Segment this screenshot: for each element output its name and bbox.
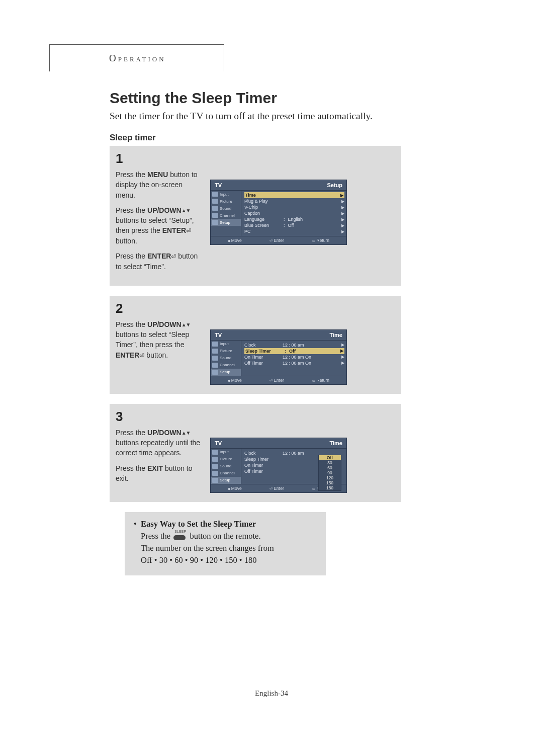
osd-sidebar-item: Sound bbox=[211, 205, 241, 212]
osd-sidebar-item: Channel bbox=[211, 212, 241, 219]
step-number: 2 bbox=[116, 301, 392, 316]
osd-sidebar-item: Sound bbox=[211, 355, 241, 362]
step-instructions: Press the UP/DOWN buttons repeatedly unt… bbox=[116, 428, 201, 488]
osd-sidebar: InputPictureSoundChannelSetup bbox=[211, 191, 241, 236]
step-instructions: Press the UP/DOWN buttons to select “Sle… bbox=[116, 319, 201, 365]
osd-sidebar-item: Input bbox=[211, 341, 241, 348]
tv-osd-screenshot: TVSetupInputPictureSoundChannelSetupTime… bbox=[210, 180, 347, 245]
osd-dropdown-list: Off306090120150180 bbox=[318, 455, 341, 491]
sleep-button-label: SLEEP bbox=[174, 529, 186, 534]
osd-sidebar-label: Setup bbox=[220, 370, 230, 374]
osd-sidebar-icon bbox=[212, 370, 218, 375]
osd-menu-row: Time▶ bbox=[244, 192, 344, 198]
osd-row-label: Clock bbox=[244, 451, 281, 456]
osd-row-value: 12 : 00 am bbox=[283, 343, 338, 348]
osd-sidebar-icon bbox=[212, 356, 218, 361]
osd-menu-row: Plug & Play▶ bbox=[244, 198, 344, 204]
osd-footer-move: Move bbox=[228, 486, 242, 491]
osd-header: TVSetup bbox=[211, 180, 346, 191]
osd-dropdown-option: 150 bbox=[319, 480, 341, 485]
osd-sidebar-icon bbox=[212, 478, 218, 483]
step-instructions: Press the MENU button to display the on-… bbox=[116, 170, 201, 277]
osd-sidebar-icon bbox=[212, 471, 218, 476]
osd-footer-return: Return bbox=[312, 378, 329, 383]
osd-row-label: Clock bbox=[244, 343, 281, 348]
section-tab: Operation bbox=[49, 44, 224, 71]
tv-osd-screenshot: TVTimeInputPictureSoundChannelSetupClock… bbox=[210, 329, 347, 385]
step-box: 1Press the MENU button to display the on… bbox=[110, 146, 401, 286]
osd-main: Clock12 : 00 am▶Sleep Timer:Off▶On Timer… bbox=[241, 341, 346, 376]
osd-row-value: 12 : 00 am On bbox=[283, 355, 338, 360]
osd-sidebar-icon bbox=[212, 220, 218, 225]
osd-footer-enter: Enter bbox=[269, 238, 284, 243]
osd-row-value: Off bbox=[289, 349, 337, 354]
easy-line2: The number on the screen changes from bbox=[134, 542, 317, 554]
chevron-right-icon: ▶ bbox=[340, 343, 344, 347]
osd-sidebar-label: Sound bbox=[220, 356, 231, 360]
easy-line3: Off • 30 • 60 • 90 • 120 • 150 • 180 bbox=[134, 554, 317, 566]
osd-sidebar-item: Input bbox=[211, 449, 241, 456]
osd-sidebar-label: Channel bbox=[220, 471, 235, 475]
page-footer: English-34 bbox=[0, 689, 543, 698]
osd-footer-enter: Enter bbox=[269, 486, 284, 491]
osd-sidebar-icon bbox=[212, 213, 218, 218]
step-number: 3 bbox=[116, 409, 392, 425]
step-row: Press the UP/DOWN buttons to select “Sle… bbox=[116, 319, 392, 385]
instruction-paragraph: Press the UP/DOWN buttons to select “Sle… bbox=[116, 319, 201, 360]
osd-sidebar-item: Picture bbox=[211, 456, 241, 463]
osd-sidebar: InputPictureSoundChannelSetup bbox=[211, 449, 241, 484]
chevron-right-icon: ▶ bbox=[339, 349, 343, 353]
osd-footer-move: Move bbox=[228, 378, 242, 383]
osd-body: InputPictureSoundChannelSetupClock12 : 0… bbox=[211, 449, 346, 484]
osd-header-right: Time bbox=[330, 440, 342, 446]
osd-body: InputPictureSoundChannelSetupTime▶Plug &… bbox=[211, 191, 346, 236]
manual-page: Operation Setting the Sleep Timer Set th… bbox=[0, 0, 543, 756]
osd-sidebar-item: Input bbox=[211, 191, 241, 198]
chevron-right-icon: ▶ bbox=[340, 361, 344, 365]
osd-row-value: English bbox=[288, 217, 338, 222]
osd-sidebar-label: Picture bbox=[220, 457, 232, 461]
osd-row-colon: : bbox=[283, 223, 286, 228]
osd-dropdown-option: 60 bbox=[319, 465, 341, 470]
osd-header-left: TV bbox=[215, 182, 222, 188]
content-area: Setting the Sleep Timer Set the timer fo… bbox=[110, 44, 488, 575]
osd-sidebar: InputPictureSoundChannelSetup bbox=[211, 341, 241, 376]
osd-footer: MoveEnterReturn bbox=[211, 236, 346, 244]
osd-row-label: V-Chip bbox=[244, 205, 281, 210]
instruction-paragraph: Press the UP/DOWN buttons to select “Set… bbox=[116, 205, 201, 246]
osd-row-label: Sleep Timer bbox=[244, 457, 281, 462]
osd-sidebar-icon bbox=[212, 206, 218, 211]
osd-row-label: Language bbox=[244, 217, 281, 222]
instruction-paragraph: Press the EXIT button to exit. bbox=[116, 463, 201, 484]
sleep-remote-button-icon: SLEEP bbox=[172, 533, 188, 540]
osd-sidebar-item: Setup bbox=[211, 477, 241, 484]
osd-sidebar-label: Input bbox=[220, 192, 229, 197]
osd-sidebar-icon bbox=[212, 349, 218, 354]
osd-footer: MoveEnterReturn bbox=[211, 376, 346, 384]
osd-row-value: 12 : 00 am On bbox=[283, 361, 338, 366]
osd-sidebar-label: Setup bbox=[220, 478, 230, 482]
osd-sidebar-item: Channel bbox=[211, 362, 241, 369]
osd-footer-enter: Enter bbox=[269, 378, 284, 383]
chevron-right-icon: ▶ bbox=[340, 211, 344, 216]
chevron-right-icon: ▶ bbox=[340, 229, 344, 234]
osd-header-right: Time bbox=[330, 332, 342, 338]
instruction-paragraph: Press the UP/DOWN buttons repeatedly unt… bbox=[116, 428, 201, 458]
osd-row-label: Off Timer bbox=[244, 361, 281, 366]
chevron-right-icon: ▶ bbox=[340, 223, 344, 228]
osd-sidebar-icon bbox=[212, 192, 218, 197]
chevron-right-icon: ▶ bbox=[339, 193, 343, 198]
page-subtitle: Set the timer for the TV to turn off at … bbox=[110, 111, 488, 122]
bullet-icon: • bbox=[134, 518, 141, 530]
osd-row-label: Time bbox=[245, 193, 282, 198]
osd-sidebar-label: Sound bbox=[220, 206, 231, 211]
osd-sidebar-label: Sound bbox=[220, 464, 231, 468]
osd-sidebar-label: Picture bbox=[220, 199, 232, 204]
osd-row-label: Caption bbox=[244, 211, 281, 216]
footer-lang: English- bbox=[255, 689, 281, 697]
osd-sidebar-item: Sound bbox=[211, 463, 241, 470]
osd-sidebar-icon bbox=[212, 464, 218, 469]
osd-row-label: On Timer bbox=[244, 463, 281, 468]
osd-sidebar-label: Input bbox=[220, 342, 229, 346]
instruction-paragraph: Press the MENU button to display the on-… bbox=[116, 170, 201, 200]
